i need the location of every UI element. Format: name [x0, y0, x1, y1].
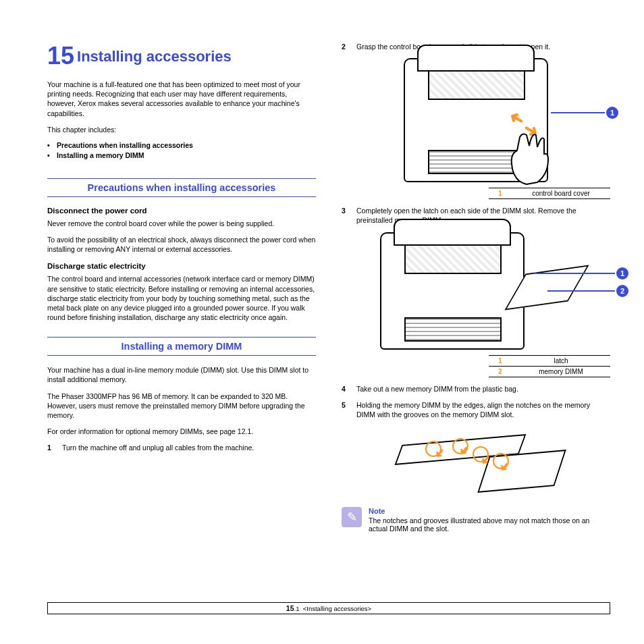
section-heading-dimm: Installing a memory DIMM — [47, 337, 316, 356]
figure-dimm-slot: ➜ 1 2 1 latch 2 memory DIMM — [342, 232, 610, 377]
includes-item: Installing a memory DIMM — [47, 151, 316, 159]
callout-line — [534, 273, 615, 274]
step-number: 3 — [342, 206, 346, 215]
includes-item: Precautions when installing accessories — [47, 141, 316, 149]
chapter-includes-list: Precautions when installing accessories … — [47, 141, 316, 159]
note-text: The notches and grooves illustrated abov… — [369, 516, 610, 533]
step-item: 5 Holding the memory DIMM by the edges, … — [342, 400, 610, 419]
step-list-left: 1 Turn the machine off and unplug all ca… — [47, 443, 316, 452]
body-text: The Phaser 3300MFP has 96 MB of memory. … — [47, 392, 316, 421]
body-text: To avoid the possibility of an electrica… — [47, 235, 316, 254]
step-text: Turn the machine off and unplug all cabl… — [62, 444, 254, 452]
step-item: 4 Take out a new memory DIMM from the pl… — [342, 384, 610, 394]
figure-legend: 1 control board cover — [489, 188, 610, 199]
legend-value: memory DIMM — [512, 366, 610, 377]
figure-legend: 1 latch 2 memory DIMM — [489, 355, 610, 377]
right-column: 2 Grasp the control board cover and slid… — [342, 42, 610, 533]
printer-body-icon: ➜ — [380, 232, 525, 350]
footer-page-bold: 15 — [286, 604, 294, 612]
chapter-number: 15 — [47, 42, 74, 70]
body-text: Your machine has a dual in-line memory m… — [47, 365, 316, 384]
printer-panel-icon — [428, 70, 525, 100]
legend-row: 1 latch — [489, 355, 610, 366]
printer-body-icon: ➜ ➜ — [404, 58, 548, 182]
step-list-right: 4 Take out a new memory DIMM from the pl… — [342, 384, 610, 420]
step-item: 1 Turn the machine off and unplug all ca… — [47, 443, 316, 452]
legend-key: 1 — [489, 355, 512, 366]
callout-bubble: 2 — [616, 285, 628, 297]
legend-key: 2 — [489, 366, 512, 377]
legend-value: control board cover — [512, 188, 610, 199]
left-column: 15Installing accessories Your machine is… — [47, 42, 316, 533]
chapter-title-text: Installing accessories — [77, 48, 232, 65]
printer-illustration: ➜ ➜ 1 — [404, 58, 548, 182]
printer-adf-icon — [417, 45, 535, 72]
legend-row: 1 control board cover — [489, 188, 610, 199]
figure-dimm-align: ➜ ➜ ➜ ➜ — [342, 426, 610, 500]
section-heading-precautions: Precautions when installing accessories — [47, 178, 316, 197]
step-text: Holding the memory DIMM by the edges, al… — [356, 401, 590, 419]
body-text: For order information for optional memor… — [47, 427, 316, 436]
legend-key: 1 — [489, 188, 512, 199]
body-text: Never remove the control board cover whi… — [47, 219, 316, 228]
step-text: Take out a new memory DIMM from the plas… — [356, 385, 518, 393]
callout-line — [547, 290, 615, 292]
note-title: Note — [369, 507, 610, 515]
note-icon: ✎ — [342, 507, 362, 527]
legend-value: latch — [512, 355, 610, 366]
note-block: ✎ Note The notches and grooves illustrat… — [342, 507, 610, 533]
printer-illustration: ➜ 1 2 — [380, 232, 525, 350]
printer-tray-icon — [404, 317, 502, 342]
dimm-alignment-illustration: ➜ ➜ ➜ ➜ — [392, 426, 560, 500]
page: 15Installing accessories Your machine is… — [0, 0, 644, 644]
printer-adf-icon — [394, 219, 511, 246]
legend-row: 2 memory DIMM — [489, 366, 610, 377]
body-text: The control board and internal accessori… — [47, 274, 316, 322]
intro-paragraph: Your machine is a full-featured one that… — [47, 80, 316, 118]
figure-control-board-cover: ➜ ➜ 1 1 control board cover — [342, 58, 610, 199]
hand-icon — [500, 127, 554, 188]
printer-panel-icon — [404, 244, 502, 274]
chapter-title: 15Installing accessories — [47, 42, 316, 70]
step-number: 5 — [342, 400, 346, 410]
note-body: Note The notches and grooves illustrated… — [369, 507, 610, 533]
callout-bubble: 1 — [606, 107, 618, 119]
includes-label: This chapter includes: — [47, 125, 316, 134]
subheading-static: Discharge static electricity — [47, 262, 316, 270]
callout-bubble: 1 — [616, 267, 628, 279]
step-number: 2 — [342, 42, 346, 51]
step-number: 4 — [342, 384, 346, 394]
footer-page-rest: .1 — [294, 605, 300, 612]
page-footer: 15.1 <Installing accessories> — [47, 602, 610, 614]
two-column-layout: 15Installing accessories Your machine is… — [47, 42, 610, 533]
callout-line — [551, 112, 605, 113]
footer-crumb: <Installing accessories> — [303, 605, 371, 612]
dimm-chip-icon — [477, 450, 566, 493]
subheading-disconnect: Disconnect the power cord — [47, 207, 316, 215]
step-number: 1 — [47, 443, 51, 452]
